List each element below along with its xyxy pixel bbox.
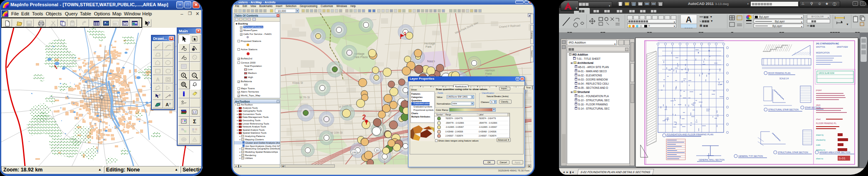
svg-text:12: 12 [193,110,196,114]
svg-text:drawn by: drawn by [816,134,824,136]
svg-text:sheet: sheet [816,118,821,120]
svg-text:?: ? [159,102,161,105]
svg-text:MODIFICATION: MODIFICATION [816,52,829,54]
svg-text:W 7th St: W 7th St [299,96,310,99]
svg-text:FOUNDATION AND FLOOR FRAMING P: FOUNDATION AND FLOOR FRAMING PLAN [667,133,713,136]
svg-text:W 10th St: W 10th St [331,131,343,134]
svg-text:GENERAL WALL SECTION: GENERAL WALL SECTION [699,159,725,161]
svg-text:WINDER AREA STAIR SECTION: WINDER AREA STAIR SECTION [819,151,850,154]
svg-text:scale: scale [816,144,821,146]
svg-text:Park: Park [425,45,432,48]
svg-text:?: ? [169,94,171,98]
svg-text:Field: Field [485,72,492,75]
svg-text:client: client [816,104,821,106]
svg-text:30: 30 [376,149,379,152]
svg-text:GROS SLAB NOM: GROS SLAB NOM [819,72,834,74]
svg-text:1: 1 [404,31,406,36]
svg-text:FLOOR FRAMING PL: FLOOR FRAMING PL [816,122,836,125]
svg-text:?: ? [147,21,150,26]
svg-text:STRUCTURAL STAIR SECTION: STRUCTURAL STAIR SECTION [778,151,808,154]
svg-text:SHOTTOS: SHOTTOS [816,46,825,48]
svg-text:?: ? [158,93,161,97]
svg-text:GENERAL TYP. SECTION: GENERAL TYP. SECTION [738,155,763,157]
svg-text:sheet no: sheet no [816,158,823,160]
svg-text:project: project [816,89,822,91]
svg-text:?: ? [169,102,171,106]
svg-text:▼: ▼ [846,23,849,26]
svg-text:SCALE 1/4: SCALE 1/4 [779,78,789,80]
svg-text:STRUCTURAL STAIR SECTION: STRUCTURAL STAIR SECTION [768,108,799,111]
svg-text:A: A [156,77,160,83]
svg-text:241 CYNTHOOOTH INC: 241 CYNTHOOOTH INC [816,42,839,45]
svg-text:A: A [166,102,169,107]
svg-text:S-01: S-01 [838,156,846,160]
svg-text:ROOF FRAMING PLAN: ROOF FRAMING PLAN [768,72,791,74]
svg-text:DRAFTVIEW: DRAFTVIEW [837,46,848,48]
svg-text:Kilass St: Kilass St [292,81,303,84]
svg-text:199: 199 [351,151,356,154]
svg-text:drawing no: drawing no [816,149,826,151]
svg-text:checked by: checked by [816,139,826,141]
svg-text:2: 2 [362,114,366,121]
svg-text:Σ: Σ [193,118,196,125]
